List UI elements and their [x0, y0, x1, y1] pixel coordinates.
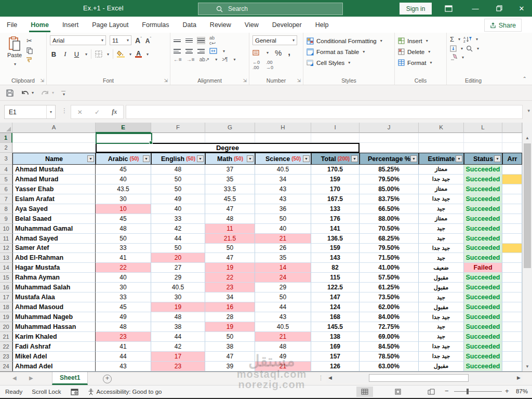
cell-arr[interactable] — [502, 292, 522, 302]
cell-arabic[interactable]: 48 — [96, 224, 151, 234]
row-header-14[interactable]: 14 — [0, 263, 12, 273]
accounting-format-icon[interactable] — [252, 49, 259, 56]
cell-name[interactable]: Hagar Mustafa — [12, 263, 96, 273]
column-header-E[interactable]: E — [96, 123, 151, 133]
cell-arr[interactable] — [502, 214, 522, 224]
cell-percentage[interactable]: 84.50% — [360, 342, 419, 352]
cell-science[interactable]: 24 — [255, 273, 311, 283]
cell-total[interactable]: 82 — [311, 263, 360, 273]
cell-total[interactable]: 169 — [311, 342, 360, 352]
increase-decimal-icon[interactable]: ←0.00 — [252, 60, 260, 70]
cell-r1-c3[interactable] — [205, 133, 255, 143]
row-header-19[interactable]: 19 — [0, 312, 12, 322]
cell-r1-c9[interactable] — [502, 133, 522, 143]
format-painter-icon[interactable] — [26, 57, 33, 63]
page-layout-view-button[interactable] — [390, 387, 406, 397]
increase-indent-icon[interactable]: →≡ — [187, 57, 195, 62]
cell-math[interactable]: 33.5 — [205, 184, 255, 194]
cell-status[interactable]: Succeeded — [464, 273, 502, 283]
cell-english[interactable]: 19 — [151, 302, 205, 312]
table-header-math[interactable]: Math(50)▼ — [205, 153, 255, 165]
cell-status[interactable]: Succeeded — [464, 244, 502, 254]
sign-in-button[interactable]: Sign in — [400, 3, 432, 15]
cell-math[interactable]: 37 — [205, 165, 255, 175]
cell-arabic[interactable]: 49 — [96, 312, 151, 322]
cell-percentage[interactable]: 61.25% — [360, 283, 419, 292]
cell-name[interactable]: Ahmad Mustafa — [12, 165, 96, 175]
cell-status[interactable]: Succeeded — [464, 302, 502, 312]
cell-estimate[interactable]: جيد — [419, 204, 464, 214]
cell-arabic[interactable]: 30 — [96, 194, 151, 204]
underline-button[interactable]: U — [73, 50, 81, 58]
cell-estimate[interactable]: جيد جدا — [419, 352, 464, 362]
number-format-select[interactable]: General▾ — [252, 35, 297, 45]
undo-button[interactable]: ▾ — [21, 89, 34, 96]
cell-estimate[interactable]: جيد — [419, 332, 464, 342]
cell-english[interactable]: 42 — [151, 224, 205, 234]
align-left-icon[interactable] — [174, 48, 181, 55]
cell-status[interactable]: Succeeded — [464, 292, 502, 302]
cell-status[interactable]: Succeeded — [464, 194, 502, 204]
cell-status[interactable]: Succeeded — [464, 184, 502, 194]
cell-name[interactable]: Karim Khaled — [12, 332, 96, 342]
cell-arr[interactable] — [502, 322, 522, 332]
cell-status[interactable]: Succeeded — [464, 342, 502, 352]
cell-status[interactable]: Succeeded — [464, 322, 502, 332]
cell-math[interactable]: 22 — [205, 273, 255, 283]
cell-math[interactable]: 47 — [205, 352, 255, 362]
cell-english[interactable]: 44 — [151, 234, 205, 244]
cell-r2-c7[interactable] — [419, 143, 464, 153]
cell-arr[interactable] — [502, 224, 522, 234]
filter-dropdown-button[interactable]: ▼ — [456, 155, 462, 162]
cell-name[interactable]: Eslam Arafat — [12, 194, 96, 204]
select-all-corner[interactable] — [0, 123, 12, 133]
cell-name[interactable]: Ahmad Sayed — [12, 234, 96, 244]
ribbon-display-options-button[interactable] — [436, 0, 460, 17]
cell-percentage[interactable]: 41.00% — [360, 263, 419, 273]
cell-r2-c6[interactable] — [360, 143, 419, 153]
cell-english[interactable]: 40.5 — [151, 283, 205, 292]
macro-record-icon[interactable] — [71, 389, 78, 395]
cell-english[interactable]: 50 — [151, 175, 205, 184]
cell-estimate[interactable]: جيد — [419, 224, 464, 234]
table-header-status[interactable]: Status▼ — [464, 153, 502, 165]
cell-science[interactable]: 43 — [255, 184, 311, 194]
ribbon-tab-developer[interactable]: Developer — [265, 17, 309, 33]
cell-percentage[interactable]: 72.75% — [360, 322, 419, 332]
find-select-icon[interactable] — [466, 45, 473, 52]
cell-science[interactable]: 50 — [255, 214, 311, 224]
insert-function-button[interactable]: fx — [112, 108, 117, 116]
cell-name[interactable]: Muhammad Gamal — [12, 224, 96, 234]
cell-total[interactable]: 170 — [311, 184, 360, 194]
cell-status[interactable]: Succeeded — [464, 362, 502, 371]
cell-science[interactable]: 29 — [255, 283, 311, 292]
cell-arr[interactable] — [502, 283, 522, 292]
cell-science[interactable]: 21 — [255, 332, 311, 342]
cell-english[interactable]: 48 — [151, 165, 205, 175]
cell-status[interactable]: Succeeded — [464, 165, 502, 175]
cell-english[interactable]: 33 — [151, 214, 205, 224]
row-header-24[interactable]: 24 — [0, 362, 12, 371]
orientation-icon[interactable]: ab↗ — [200, 57, 210, 62]
column-header-H[interactable]: H — [255, 123, 311, 133]
fill-color-icon[interactable] — [117, 50, 125, 58]
cell-status[interactable]: Succeeded — [464, 204, 502, 214]
percent-style-button[interactable]: % — [275, 48, 282, 57]
cell-arr[interactable] — [502, 194, 522, 204]
cell-english[interactable]: 38 — [151, 322, 205, 332]
cell-percentage[interactable]: 57.50% — [360, 273, 419, 283]
cell-science[interactable]: 50 — [255, 292, 311, 302]
cell-arabic[interactable]: 50 — [96, 234, 151, 244]
cell-percentage[interactable]: 70.50% — [360, 224, 419, 234]
cell-name[interactable]: Samer Atef — [12, 244, 96, 254]
conditional-formatting-button[interactable]: Conditional Formatting▾ — [307, 35, 392, 46]
cell-name[interactable]: Yasser Ehab — [12, 184, 96, 194]
cell-estimate[interactable]: ممتاز — [419, 184, 464, 194]
cell-science[interactable]: 36 — [255, 204, 311, 214]
scroll-down-arrow[interactable]: ▼ — [523, 362, 532, 371]
prev-sheet-arrow[interactable]: ◀ — [12, 375, 17, 381]
row-header-5[interactable]: 5 — [0, 175, 12, 184]
column-header-L[interactable]: L — [464, 123, 502, 133]
row-header-15[interactable]: 15 — [0, 273, 12, 283]
cell-total[interactable]: 167.5 — [311, 194, 360, 204]
